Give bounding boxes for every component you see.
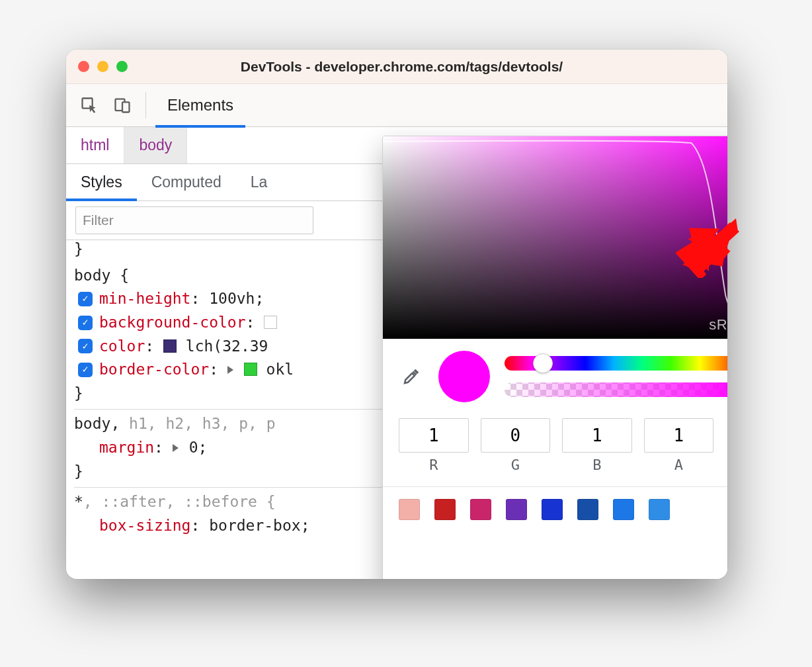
input-r[interactable]: [399, 418, 469, 453]
picker-controls-row: [383, 339, 727, 409]
checkbox-icon[interactable]: ✓: [78, 363, 93, 377]
subtab-styles[interactable]: Styles: [66, 164, 137, 200]
format-stepper[interactable]: ▲ ▼: [725, 418, 727, 445]
device-toolbar-icon[interactable]: [108, 91, 136, 119]
styles-filter-input[interactable]: [75, 206, 313, 234]
alpha-slider[interactable]: [505, 382, 727, 397]
color-picker-panel: sRGB R: [382, 136, 727, 579]
color-swatch[interactable]: [163, 339, 177, 353]
window-title: DevTools - developer.chrome.com/tags/dev…: [128, 59, 715, 75]
current-color-preview: [438, 351, 490, 402]
palette-swatch[interactable]: [649, 499, 670, 520]
gamut-line: [383, 136, 727, 339]
palette-swatch[interactable]: [399, 499, 420, 520]
expand-icon[interactable]: [227, 366, 233, 374]
palette-swatch[interactable]: [470, 499, 491, 520]
svg-rect-2: [122, 102, 130, 112]
devtools-toolbar: Elements: [66, 84, 727, 127]
label-g: G: [511, 457, 520, 473]
traffic-lights: [78, 61, 128, 72]
palette-swatch[interactable]: [613, 499, 634, 520]
input-g[interactable]: [481, 418, 551, 453]
input-b[interactable]: [562, 418, 632, 453]
palette-swatch[interactable]: [577, 499, 598, 520]
color-swatch[interactable]: [264, 316, 277, 329]
window-minimize-button[interactable]: [97, 61, 108, 72]
inspect-icon[interactable]: [75, 91, 103, 119]
input-g-cell: G: [481, 418, 551, 473]
input-r-cell: R: [399, 418, 469, 473]
devtools-window: DevTools - developer.chrome.com/tags/dev…: [66, 50, 727, 579]
label-b: B: [592, 457, 601, 473]
eyedropper-icon[interactable]: [399, 364, 424, 389]
checkbox-icon[interactable]: ✓: [78, 339, 93, 353]
label-a: A: [674, 457, 683, 473]
window-maximize-button[interactable]: [116, 61, 128, 72]
window-close-button[interactable]: [78, 61, 89, 72]
toolbar-separator: [145, 92, 146, 118]
gamut-label: sRGB: [709, 316, 727, 334]
hue-slider[interactable]: [505, 356, 727, 371]
window-titlebar: DevTools - developer.chrome.com/tags/dev…: [66, 50, 727, 84]
subtab-layout[interactable]: La: [236, 164, 282, 200]
palette-swatch[interactable]: [434, 499, 456, 520]
palette-swatch[interactable]: [542, 499, 563, 520]
checkbox-icon[interactable]: ✓: [78, 316, 93, 330]
input-b-cell: B: [562, 418, 632, 473]
rgba-inputs: R G B A ▲ ▼: [383, 409, 727, 482]
palette-swatches: ▲ ▼: [383, 487, 727, 520]
breadcrumb-html[interactable]: html: [66, 127, 124, 163]
tab-elements[interactable]: Elements: [155, 84, 245, 127]
palette-swatch[interactable]: [506, 499, 527, 520]
saturation-value-area[interactable]: sRGB: [383, 136, 727, 339]
palette-stepper[interactable]: ▲ ▼: [725, 500, 727, 519]
color-swatch[interactable]: [244, 363, 257, 376]
checkbox-icon[interactable]: ✓: [78, 292, 93, 306]
input-a-cell: A: [644, 418, 714, 473]
subtab-computed[interactable]: Computed: [137, 164, 236, 200]
expand-icon[interactable]: [173, 444, 179, 452]
label-r: R: [429, 457, 438, 473]
input-a[interactable]: [644, 418, 714, 453]
breadcrumb-body[interactable]: body: [124, 127, 187, 163]
hue-thumb[interactable]: [533, 353, 553, 373]
